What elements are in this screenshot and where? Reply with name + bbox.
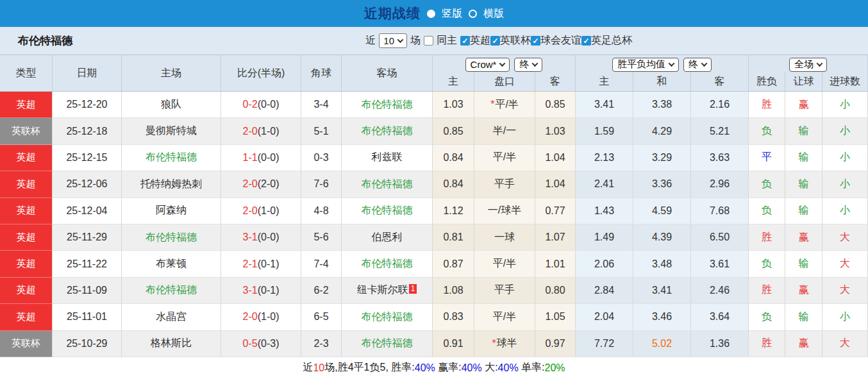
score-half: (1-0)	[258, 205, 280, 217]
away-team-badge: 1	[409, 284, 417, 294]
table-header: 类型 日期 主场 比分(半场) 角球 客场 Crow* 终 胜平负均值 终 全场…	[0, 55, 868, 92]
odds-company-select[interactable]: Crow*	[465, 58, 510, 72]
score-full: 0-2	[243, 99, 258, 110]
score-full: 1-1	[243, 152, 258, 164]
result-cell: 负	[749, 118, 785, 144]
horizontal-layout-label[interactable]: 横版	[483, 7, 504, 21]
handicap-result-text: 赢	[799, 283, 809, 297]
result-text: 胜	[762, 337, 772, 350]
ah-home-odds: 0.85	[433, 118, 474, 144]
handicap-name: 一球	[494, 231, 515, 244]
odds-home: 2.06	[576, 251, 633, 277]
away-team-cell: 布伦特福德	[342, 118, 433, 144]
let-result-cell: 输	[785, 145, 822, 171]
league-checkbox[interactable]	[460, 36, 470, 46]
league-filter: 球会友谊	[531, 34, 581, 47]
result-cell: 负	[749, 251, 785, 277]
odds-home: 2.04	[576, 304, 633, 330]
goals-result-cell: 大	[822, 278, 868, 304]
col-header-home: 主场	[122, 55, 221, 92]
let-result-cell: 赢	[785, 224, 822, 251]
odds-draw: 5.02	[633, 331, 691, 357]
handicap-result-text: 赢	[799, 337, 809, 350]
league-checkbox[interactable]	[581, 36, 591, 46]
wdl-average-select[interactable]: 胜平负均值	[612, 58, 679, 72]
ah-away-odds: 1.07	[535, 224, 576, 251]
away-team-cell: 布伦特福德	[342, 198, 433, 224]
result-cell: 负	[749, 198, 785, 224]
league-checkbox[interactable]	[531, 36, 540, 46]
match-type-badge: 英超	[0, 198, 53, 224]
league-label: 球会友谊	[540, 34, 581, 47]
horizontal-layout-radio[interactable]	[469, 10, 477, 18]
odds-draw: 3.29	[633, 145, 691, 171]
table-row: 英超 25-11-22 布莱顿 2-1(0-1) 7-4 布伦特福德 0.87 …	[0, 251, 868, 277]
let-result-cell: 输	[785, 251, 822, 277]
handicap-name: 一/球半	[488, 204, 521, 217]
recent-results-panel: 近期战绩 竖版 横版 布伦特福德 近 10 场 同主 英超 英联杯 球会友谊 英…	[0, 0, 868, 379]
col-header-score: 比分(半场)	[221, 55, 301, 92]
score-half: (0-0)	[258, 232, 280, 243]
odds-company-final-select[interactable]: 终	[514, 58, 542, 72]
ah-away-odds: 1.04	[535, 171, 576, 198]
table-row: 英超 25-11-01 水晶宫 2-0(1-0) 6-5 布伦特福德 0.83 …	[0, 304, 868, 330]
let-result-cell: 赢	[785, 278, 822, 304]
handicap-name: 平/半	[495, 98, 518, 112]
match-type-badge: 英超	[0, 304, 53, 330]
score-half: (1-0)	[258, 311, 280, 323]
goals-result-text: 大	[840, 283, 850, 297]
match-score: 2-1(0-1)	[221, 251, 301, 277]
subheader-odds-draw: 和	[633, 72, 691, 92]
handicap-result-text: 输	[799, 257, 809, 271]
goals-result-text: 大	[840, 231, 850, 244]
corner-score: 5-6	[301, 224, 342, 251]
home-team: 布伦特福德	[122, 278, 221, 304]
away-team: 布伦特福德	[362, 310, 413, 324]
result-text: 胜	[762, 98, 772, 112]
wdl-final-select[interactable]: 终	[683, 58, 712, 72]
result-cell: 平	[749, 145, 785, 171]
odds-draw: 3.48	[633, 251, 691, 277]
match-date: 25-12-04	[53, 198, 122, 224]
league-checkbox[interactable]	[490, 36, 500, 46]
score-half: (0-0)	[258, 152, 280, 164]
subheader-let-goal: 让球	[785, 72, 822, 92]
corner-score: 0-3	[301, 145, 342, 171]
vertical-layout-radio[interactable]	[427, 10, 435, 18]
ah-away-odds: 1.03	[535, 118, 576, 144]
league-filter: 英足总杯	[581, 34, 632, 47]
match-date: 25-10-29	[53, 331, 122, 357]
subheader-handicap: 盘口	[474, 72, 535, 92]
result-text: 平	[762, 151, 772, 164]
handicap-cell: *球半	[474, 331, 535, 357]
same-home-checkbox[interactable]	[424, 36, 433, 46]
col-header-away: 客场	[342, 55, 433, 92]
match-score: 2-0(2-0)	[221, 171, 301, 198]
vertical-layout-label[interactable]: 竖版	[442, 7, 462, 21]
result-cell: 胜	[749, 224, 785, 251]
away-team-cell: 布伦特福德	[342, 304, 433, 330]
odds-draw: 3.36	[633, 171, 691, 198]
summary-part: 单率:	[519, 361, 545, 375]
ah-away-odds: 0.97	[535, 331, 576, 357]
score-half: (2-0)	[258, 178, 280, 190]
table-row: 英联杯 25-10-29 格林斯比 0-5(0-3) 2-3 布伦特福德 0.9…	[0, 331, 868, 357]
odds-home: 2.13	[576, 145, 633, 171]
odds-away: 1.36	[691, 331, 749, 357]
match-date: 25-11-22	[53, 251, 122, 277]
ah-home-odds: 0.84	[433, 171, 474, 198]
score-full: 2-1	[243, 258, 258, 270]
score-half: (0-0)	[258, 99, 280, 110]
goals-result-text: 大	[840, 337, 850, 350]
col-header-date: 日期	[53, 55, 122, 92]
match-type-badge: 英超	[0, 278, 53, 304]
fulltime-select[interactable]: 全场	[789, 58, 827, 72]
result-text: 负	[762, 204, 772, 217]
result-cell: 胜	[749, 331, 785, 357]
away-team: 布伦特福德	[362, 337, 413, 350]
match-type-badge: 英超	[0, 251, 53, 277]
recent-count-select[interactable]: 10	[379, 33, 407, 48]
away-team-cell: 布伦特福德	[342, 331, 433, 357]
panel-titlebar: 近期战绩 竖版 横版	[0, 0, 868, 27]
chevron-down-icon	[397, 37, 404, 43]
